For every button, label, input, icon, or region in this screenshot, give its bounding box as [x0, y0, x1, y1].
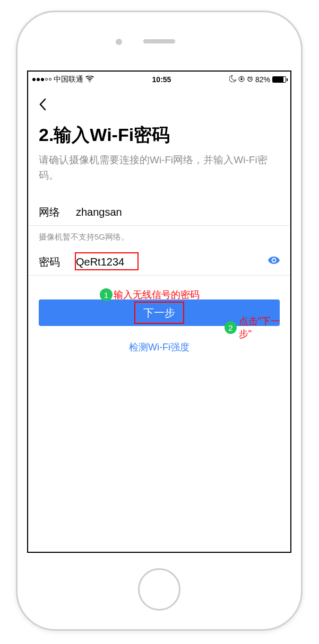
page-subtitle: 请确认摄像机需要连接的Wi-Fi网络，并输入Wi-Fi密码。	[39, 153, 280, 183]
speaker-icon	[143, 39, 175, 43]
annotation-text-1: 输入无线信号的密码	[114, 288, 200, 301]
clock: 10:55	[152, 75, 171, 84]
lock-icon	[238, 75, 245, 84]
battery-icon	[272, 76, 286, 83]
annotation-step-1: 1 输入无线信号的密码	[100, 288, 200, 301]
annotation-badge-1: 1	[100, 288, 113, 301]
carrier-label: 中国联通	[54, 75, 83, 84]
signal-strength-icon	[32, 78, 51, 81]
svg-rect-1	[240, 78, 242, 80]
page-title: 2.输入Wi-Fi密码	[39, 123, 280, 147]
network-value: zhangsan	[76, 206, 280, 218]
network-label: 网络	[39, 205, 76, 219]
content: 2.输入Wi-Fi密码 请确认摄像机需要连接的Wi-Fi网络，并输入Wi-Fi密…	[28, 87, 290, 354]
moon-icon	[229, 75, 236, 84]
next-button-label: 下一步	[143, 306, 175, 320]
screen: 中国联通 10:55 82%	[27, 70, 291, 553]
show-password-icon[interactable]	[268, 257, 280, 266]
status-left: 中国联通	[32, 75, 94, 84]
annotation-step-2: 2 点击"下一步"	[225, 315, 290, 340]
password-row: 密码 QeRt1234	[39, 249, 280, 275]
check-wifi-link[interactable]: 检测Wi-Fi强度	[39, 341, 280, 354]
status-right: 82%	[229, 75, 286, 84]
phone-frame: 中国联通 10:55 82%	[16, 11, 303, 631]
phone-top-bezel	[18, 12, 301, 70]
status-bar: 中国联通 10:55 82%	[28, 72, 290, 87]
svg-point-7	[273, 259, 275, 262]
home-button[interactable]	[138, 568, 180, 611]
password-input[interactable]: QeRt1234	[76, 256, 280, 268]
back-button[interactable]	[39, 93, 280, 123]
annotation-badge-2: 2	[225, 321, 237, 334]
network-row[interactable]: 网络 zhangsan	[39, 199, 280, 225]
divider	[28, 275, 290, 276]
front-camera-icon	[116, 39, 122, 45]
note-5g: 摄像机暂不支持5G网络。	[39, 226, 280, 249]
annotation-text-2: 点击"下一步"	[239, 315, 290, 340]
battery-percent: 82%	[255, 75, 270, 84]
alarm-icon	[247, 75, 253, 84]
wifi-icon	[85, 75, 94, 84]
svg-line-5	[248, 77, 249, 77]
password-label: 密码	[39, 255, 76, 269]
svg-line-6	[251, 77, 252, 77]
